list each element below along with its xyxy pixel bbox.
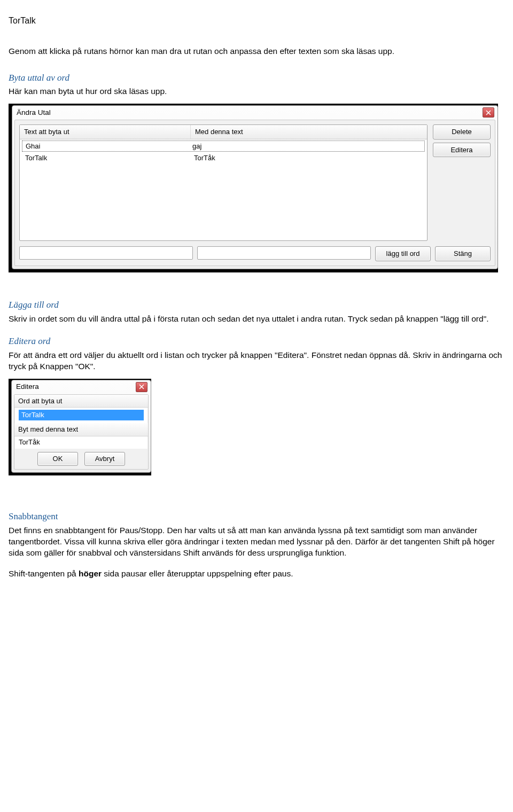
heading-editera-ord: Editera ord	[9, 335, 504, 348]
cell-source: TorTalk	[22, 153, 191, 163]
text-snabb-pre: Shift-tangenten på	[9, 569, 79, 578]
delete-button[interactable]: Delete	[433, 124, 491, 139]
close-icon	[139, 384, 144, 389]
cell-source: Ghai	[22, 141, 189, 152]
editera-body: Ord att byta ut TorTalk Byt med denna te…	[14, 394, 149, 470]
column-header-target[interactable]: Med denna text	[191, 125, 427, 139]
close-button[interactable]	[483, 107, 494, 118]
heading-snabbtangent: Snabbtangent	[9, 511, 504, 523]
cancel-button[interactable]: Avbryt	[84, 452, 125, 466]
editera-target-input[interactable]: TorTåk	[15, 436, 147, 449]
list-row[interactable]: TorTalk TorTåk	[20, 153, 427, 163]
bottom-input-row: lägg till ord Stäng	[19, 246, 491, 261]
column-header-source[interactable]: Text att byta ut	[20, 125, 191, 139]
new-source-input[interactable]	[19, 246, 193, 260]
editera-source-input[interactable]: TorTalk	[18, 409, 144, 421]
text-snabbtangent-1: Det finns en snabbtangent för Paus/Stopp…	[9, 525, 504, 559]
word-list[interactable]: Text att byta ut Med denna text Ghai gaj…	[19, 124, 428, 241]
new-target-input[interactable]	[197, 246, 371, 260]
cell-target: TorTåk	[191, 153, 425, 163]
editera-label-source: Ord att byta ut	[14, 395, 148, 408]
editera-button[interactable]: Editera	[433, 143, 491, 158]
text-snabbtangent-2: Shift-tangenten på höger sida pausar ell…	[9, 568, 504, 580]
window-titlebar: Ändra Utal	[12, 106, 498, 119]
heading-lagga-till: Lägga till ord	[9, 299, 504, 311]
right-button-group: Delete Editera	[433, 124, 491, 241]
text-snabb-bold: höger	[79, 569, 102, 578]
editera-titlebar: Editera	[12, 380, 151, 393]
list-row-selected[interactable]: Ghai gaj	[22, 140, 425, 152]
editera-window-shadow: Editera Ord att byta ut TorTalk Byt med …	[9, 379, 151, 475]
text-editera-ord: För att ändra ett ord väljer du aktuellt…	[9, 350, 504, 372]
text-lagga-till: Skriv in ordet som du vill ändra uttal p…	[9, 314, 504, 325]
heading-byta-uttal: Byta uttal av ord	[9, 72, 504, 84]
window-title: Ändra Utal	[17, 108, 483, 118]
andra-utal-window: Ändra Utal Text att byta ut Med denna te…	[12, 105, 498, 269]
list-header: Text att byta ut Med denna text	[20, 125, 427, 139]
text-snabb-post: sida pausar eller återupptar uppspelning…	[102, 569, 293, 578]
text-byta-uttal: Här kan man byta ut hur ord ska läsas up…	[9, 86, 504, 97]
close-window-button[interactable]: Stäng	[435, 246, 491, 261]
window-body: Text att byta ut Med denna text Ghai gaj…	[14, 120, 495, 266]
ok-button[interactable]: OK	[37, 452, 78, 466]
cell-target: gaj	[189, 141, 424, 152]
add-word-button[interactable]: lägg till ord	[375, 246, 431, 261]
list-body: Ghai gaj TorTalk TorTåk	[20, 139, 427, 240]
editera-window: Editera Ord att byta ut TorTalk Byt med …	[11, 380, 151, 473]
close-icon	[486, 110, 491, 115]
editera-label-target: Byt med denna text	[14, 423, 148, 436]
page-title: TorTalk	[9, 15, 504, 27]
editera-close-button[interactable]	[136, 382, 147, 392]
intro-paragraph: Genom att klicka på rutans hörnor kan ma…	[9, 46, 504, 57]
andra-utal-window-shadow: Ändra Utal Text att byta ut Med denna te…	[9, 104, 498, 272]
editera-title: Editera	[16, 382, 136, 392]
editera-button-row: OK Avbryt	[14, 449, 148, 469]
